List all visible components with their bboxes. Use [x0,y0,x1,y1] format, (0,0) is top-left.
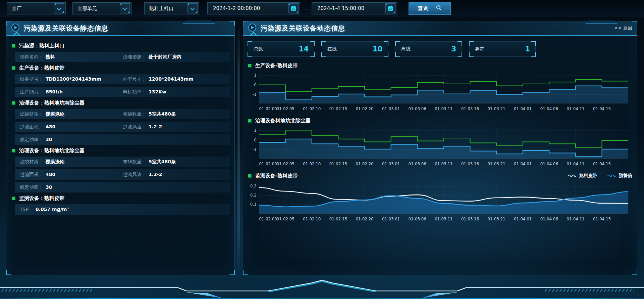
svg-text:01-04 01: 01-04 01 [514,162,532,166]
svg-text:0: 0 [254,83,257,87]
static-panel-title: 污染源及关联设备静态信息 [24,24,108,33]
field-value: 5室共480条 [149,159,176,165]
source-select[interactable]: 熟料上料口 [144,2,199,14]
svg-text:01-03 01: 01-03 01 [382,106,400,111]
end-datetime-value: 2024-1-4 15:00:00 [317,5,364,11]
svg-text:01-03 21: 01-03 21 [487,217,505,221]
stat-label: 总数 [254,46,263,52]
field-value: 处于封闭厂房内 [149,54,181,60]
svg-text:01-04 01: 01-04 01 [514,217,532,221]
chart-title-row: 治理设备料地坑北除尘器 [248,116,632,125]
svg-text:01-02 10: 01-02 10 [303,106,321,111]
svg-text:01-04 06: 01-04 06 [540,162,558,166]
field-label: 滤袋材质： [20,111,43,117]
info-row: 额定功率：30 [15,182,230,193]
date-range-separator: — [300,5,312,12]
svg-text:01-03 01: 01-03 01 [382,162,400,166]
chevron-down-icon [120,3,130,13]
field-value: TDB1200*204143mm [46,76,101,82]
field-value: 5室共480条 [149,111,176,117]
chevron-down-icon [54,3,64,13]
end-datetime-input[interactable]: 2024-1-4 15:00:00 [312,2,397,14]
plant-select[interactable]: 全厂 [7,2,66,14]
info-row: 设备型号：TDB1200*204143mm 外型尺寸：1200*204143mm [15,74,230,84]
green-square-icon [248,64,252,68]
info-row: 滤袋材质：覆膜涤纶 布袋数量：5室共480条 [15,109,230,119]
info-row: 过滤面积：480 过鸿风速：1.2-2 [15,169,230,180]
svg-text:0.3: 0.3 [250,184,257,188]
field-value: 1.2-2 [149,124,162,129]
start-datetime-value: 2024-1-2 00:00:00 [213,5,260,11]
calendar-icon[interactable] [288,3,299,13]
unit-select-value: 全部单元 [77,5,97,12]
field-label: 过滤面积： [20,172,43,178]
svg-text:01-03 16: 01-03 16 [461,162,479,166]
svg-text:01-03 11: 01-03 11 [435,106,452,111]
info-row: 物料名称：熟料 治理措施：处于封闭厂房内 [15,52,230,62]
field-label: 生产能力： [20,89,43,95]
static-panel-header: 污染源及关联设备静态信息 [6,21,234,36]
calendar-icon[interactable] [385,3,395,13]
info-row: 滤袋材质：覆膜涤纶 布华数量：5室共480条 [15,157,230,167]
green-square-icon [12,101,15,105]
svg-text:1: 1 [254,73,257,78]
field-value: 480 [46,172,55,177]
field-label: 额定功率： [20,137,43,143]
chart-block-monitor: 监测设备-熟料皮带 熟料皮带 预警信 0.30.20.101-02 0001-0… [243,170,637,225]
svg-text:01-04 11: 01-04 11 [567,217,584,221]
svg-text:01-04 06: 01-04 06 [540,106,558,111]
legend-item-belt[interactable]: 熟料皮带 [568,173,597,179]
svg-text:01-02 15: 01-02 15 [329,162,347,166]
plant-select-value: 全厂 [12,5,21,12]
svg-text:01-03 11: 01-03 11 [435,217,452,221]
svg-text:01-04 06: 01-04 06 [540,217,558,221]
static-panel-body: 污染源：熟料上料口 物料名称：熟料 治理措施：处于封闭厂房内 生产设备：熟料皮带… [6,36,234,215]
monitor-line-chart: 0.30.20.101-02 0001-02 0501-02 1001-02 1… [248,180,632,225]
svg-text:01-02 20: 01-02 20 [356,217,373,221]
section-heading: 治理设备：熟料地坑南除尘器 [12,100,230,106]
stat-label: 离线 [401,46,411,52]
stat-value: 14 [299,45,309,53]
field-value: 650t/h [46,89,63,94]
source-select-value: 熟料上料口 [149,5,174,12]
green-square-icon [12,149,15,153]
chart-block-production: 生产设备-熟料皮带 10-101-02 0001-02 0501-02 1001… [243,59,637,115]
green-square-icon [12,197,15,200]
treatment-step-chart: 10-101-02 0001-02 0501-02 1001-02 1501-0… [248,125,632,170]
svg-text:01-02 20: 01-02 20 [356,162,373,166]
unit-select[interactable]: 全部单元 [72,2,131,14]
chart-title: 治理设备料地坑北除尘器 [255,118,311,124]
production-step-chart: 10-101-02 0001-02 0501-02 1001-02 1501-0… [248,70,632,115]
field-value: 覆膜涤纶 [46,159,64,165]
info-row: 过滤面积：480 过滤风速：1.2-2 [15,122,230,132]
svg-text:01-03 16: 01-03 16 [461,217,479,221]
stat-card-offline: 离线 3 [395,41,462,57]
back-link[interactable]: << 返回 [614,25,632,31]
section-heading: 污染源：熟料上料口 [12,43,230,49]
field-label: 布袋数量： [123,111,146,117]
field-value: 1.2-2 [149,172,162,177]
svg-text:01-04 15: 01-04 15 [593,106,611,111]
info-row: 额定功率：30 [15,134,230,145]
device-stats-row: 总数 14 在线 10 离线 3 异常 1 [243,36,637,59]
field-label: 过鸿风速： [123,172,146,178]
field-value: 0.057 mg/m³ [36,207,69,212]
svg-text:01-02 10: 01-02 10 [303,162,321,166]
field-value: 30 [46,184,52,190]
start-datetime-input[interactable]: 2024-1-2 00:00:00 [207,2,300,14]
field-label: 设备型号： [20,76,43,82]
chart-title: 监测设备-熟料皮带 [255,173,298,179]
svg-text:01-03 21: 01-03 21 [487,106,505,111]
green-square-icon [12,66,15,70]
chart-legend: 熟料皮带 预警信 [568,173,633,179]
section-heading: 治理设备：熟料地坑北除尘器 [12,147,230,154]
field-label: TSP： [20,207,33,213]
field-label: 过滤风速： [123,124,146,130]
svg-text:01-02 05: 01-02 05 [277,162,294,166]
field-label: 额定功率： [20,184,43,190]
svg-text:01-02 05: 01-02 05 [277,106,294,111]
query-button[interactable]: 查询 [409,2,451,15]
panel-divider [237,21,240,275]
legend-item-warning[interactable]: 预警信 [607,173,633,179]
search-icon [436,5,442,12]
